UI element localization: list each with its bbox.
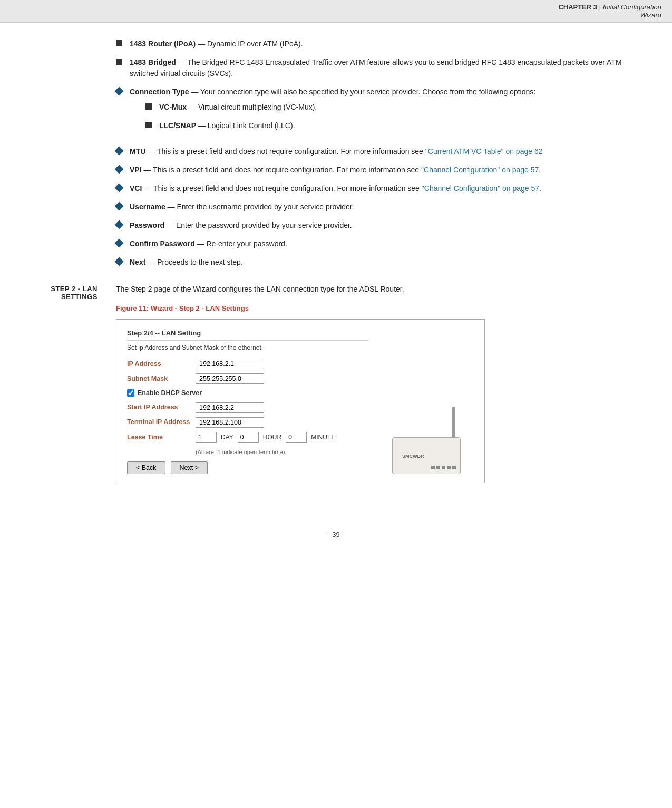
diamond-bullet-icon [115,87,124,96]
bullet-bold: Username [130,203,165,211]
router-port [442,466,445,469]
lease-hint: (All are -1 indicate open-term time) [196,448,368,457]
bullet-text: Confirm Password — Re-enter your passwor… [130,238,640,249]
start-ip-row: Start IP Address [127,402,368,413]
terminal-ip-input[interactable] [196,417,264,428]
sub-bullet-list: VC-Mux — Virtual circuit multiplexing (V… [145,102,640,131]
square-bullet-icon [145,103,152,110]
square-bullet-icon [116,59,122,65]
step2-description: The Step 2 page of the Wizard configures… [116,284,640,295]
mtu-link[interactable]: "Current ATM VC Table" on page 62 [425,147,543,156]
bullet-text: Connection Type — Your connection type w… [130,86,640,139]
vci-link[interactable]: "Channel Configuration" on page 57 [422,184,539,193]
form-buttons: < Back Next > [127,461,368,474]
bullet-text: Password — Enter the password provided b… [130,220,640,231]
subnet-mask-input[interactable] [196,373,264,384]
diamond-bullet-icon [115,165,124,174]
step2-label: Step 2 - LAN Settings [32,284,105,483]
start-ip-label: Start IP Address [127,402,196,412]
router-art: SМСWBR [387,400,466,474]
bullet-bold: VC-Mux [159,103,187,111]
bullet-bold: 1483 Router (IPoA) [130,40,196,48]
enable-dhcp-checkbox[interactable] [127,389,134,397]
enable-dhcp-row: Enable DHCP Server [127,388,368,398]
bullet-bold: Connection Type [130,88,189,96]
terminal-ip-label: Terminal IP Address [127,417,196,427]
subnet-mask-label: Subnet Mask [127,374,196,384]
figure-box: Step 2/4 -- LAN Setting Set ip Address a… [116,319,485,484]
chapter-title-line2: Wizard [640,11,661,19]
diamond-bullet-icon [115,147,124,156]
step2-content: The Step 2 page of the Wizard configures… [116,284,640,483]
bullet-bold: Password [130,221,164,229]
enable-dhcp-label: Enable DHCP Server [138,388,202,398]
router-ports [431,466,456,469]
ip-address-input[interactable] [196,359,264,369]
router-port [431,466,435,469]
bullet-bold: 1483 Bridged [130,58,176,66]
lease-hour-input[interactable] [238,432,259,443]
bullet-bold: VCI [130,184,142,193]
list-item: VC-Mux — Virtual circuit multiplexing (V… [145,102,640,113]
subnet-mask-row: Subnet Mask [127,373,368,384]
list-item: Password — Enter the password provided b… [116,220,640,231]
bullet-text: MTU — This is a preset field and does no… [130,146,640,157]
bullet-text: 1483 Router (IPoA) — Dynamic IP over ATM… [130,39,640,50]
list-item: MTU — This is a preset field and does no… [116,146,640,157]
bullet-bold: Confirm Password [130,239,195,248]
chapter-title-line1: Initial Configuration [603,3,661,11]
list-item: Confirm Password — Re-enter your passwor… [116,238,640,249]
router-antenna [452,407,455,438]
list-item: Next — Proceeds to the next step. [116,257,640,268]
bullet-bold: Next [130,258,145,266]
back-button[interactable]: < Back [127,461,165,474]
diamond-bullet-icon [115,257,124,266]
list-item: VPI — This is a preset field and does no… [116,165,640,176]
list-item: Connection Type — Your connection type w… [116,86,640,139]
ip-address-label: IP Address [127,359,196,369]
diamond-bullet-icon [115,184,124,193]
figure-title: Figure 11: Wizard - Step 2 - LAN Setting… [116,303,640,314]
bullet-bold: LLC/SNAP [159,121,196,130]
step2-section: Step 2 - LAN Settings The Step 2 page of… [32,284,640,483]
terminal-ip-row: Terminal IP Address [127,417,368,428]
form-title: Step 2/4 -- LAN Setting [127,328,368,341]
bullet-text: 1483 Bridged — The Bridged RFC 1483 Enca… [130,57,640,79]
list-item: Username — Enter the username provided b… [116,201,640,213]
bullet-bold: MTU [130,147,145,156]
router-port [447,466,451,469]
router-port [436,466,440,469]
chapter-label: CHAPTER 3 [558,3,597,11]
ip-address-row: IP Address [127,359,368,369]
start-ip-input[interactable] [196,402,264,413]
next-button[interactable]: Next > [171,461,208,474]
step2-label-line2: Settings [61,293,98,301]
diamond-bullet-icon [115,239,124,248]
page-header: CHAPTER 3 | Initial Configuration Wizard [0,0,672,23]
lease-hour-unit: HOUR [263,432,281,442]
form-panel: Step 2/4 -- LAN Setting Set ip Address a… [127,328,368,475]
page-content: 1483 Router (IPoA) — Dynamic IP over ATM… [0,23,672,499]
page-footer: – 39 – [0,520,672,549]
list-item: 1483 Bridged — The Bridged RFC 1483 Enca… [116,57,640,79]
vpi-link[interactable]: "Channel Configuration" on page 57 [421,166,539,174]
lease-time-row: Lease Time DAY HOUR MINUTE [127,432,368,444]
bullet-text: Next — Proceeds to the next step. [130,257,640,268]
lease-minute-input[interactable] [286,432,307,443]
bullet-text: VC-Mux — Virtual circuit multiplexing (V… [159,102,640,113]
list-item: 1483 Router (IPoA) — Dynamic IP over ATM… [116,39,640,50]
diamond-bullet-icon [115,202,124,211]
list-item: LLC/SNAP — Logical Link Control (LLC). [145,120,640,131]
bullet-text: LLC/SNAP — Logical Link Control (LLC). [159,120,640,131]
square-bullet-icon [145,122,152,128]
bullet-bold: VPI [130,166,142,174]
lease-day-unit: DAY [221,432,233,442]
step2-label-line1: Step 2 - LAN [51,285,98,293]
page-number: – 39 – [326,531,345,538]
router-port [452,466,456,469]
lease-inputs: DAY HOUR MINUTE [196,432,337,443]
bullet-text: Username — Enter the username provided b… [130,201,640,213]
lease-day-input[interactable] [196,432,217,443]
bullet-text: VCI — This is a preset field and does no… [130,183,640,194]
router-body: SМСWBR [392,437,461,474]
